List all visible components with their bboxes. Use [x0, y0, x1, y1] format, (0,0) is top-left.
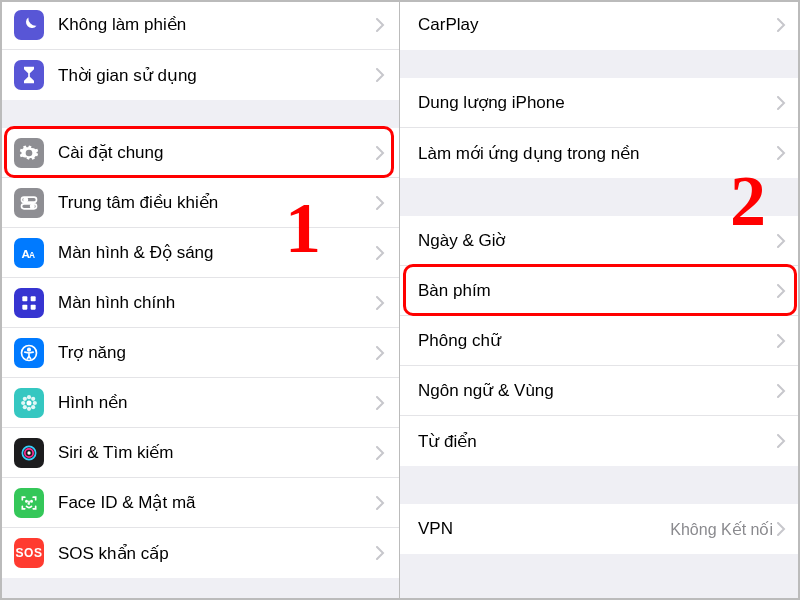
chevron-right-icon	[777, 146, 786, 160]
row-label: Màn hình & Độ sáng	[58, 242, 376, 263]
chevron-right-icon	[376, 196, 385, 210]
svg-point-14	[27, 406, 31, 410]
switches-icon	[14, 188, 44, 218]
text-size-icon: AA	[14, 238, 44, 268]
svg-point-12	[27, 400, 32, 405]
row-label: Màn hình chính	[58, 293, 376, 313]
row-keyboard[interactable]: Bàn phím	[400, 266, 800, 316]
chevron-right-icon	[376, 296, 385, 310]
row-label: Làm mới ứng dụng trong nền	[418, 143, 777, 164]
row-display-brightness[interactable]: AA Màn hình & Độ sáng	[0, 228, 399, 278]
section-gap	[400, 178, 800, 216]
row-label: Không làm phiền	[58, 14, 376, 35]
svg-rect-6	[22, 296, 27, 301]
flower-icon	[14, 388, 44, 418]
face-id-icon	[14, 488, 44, 518]
row-label: Dung lượng iPhone	[418, 92, 777, 113]
settings-group: Không làm phiền Thời gian sử dụng	[0, 0, 399, 100]
row-label: Từ điển	[418, 431, 777, 452]
row-label: Trợ năng	[58, 342, 376, 363]
chevron-right-icon	[777, 96, 786, 110]
svg-point-16	[33, 400, 37, 404]
row-vpn[interactable]: VPN Không Kết nối	[400, 504, 800, 554]
chevron-right-icon	[376, 68, 385, 82]
row-date-time[interactable]: Ngày & Giờ	[400, 216, 800, 266]
row-label: Bàn phím	[418, 281, 777, 301]
chevron-right-icon	[777, 18, 786, 32]
gear-icon	[14, 138, 44, 168]
svg-point-20	[31, 405, 35, 409]
accessibility-icon	[14, 338, 44, 368]
svg-point-13	[27, 395, 31, 399]
general-settings-panel: CarPlay Dung lượng iPhone Làm mới ứng dụ…	[400, 0, 800, 600]
chevron-right-icon	[777, 334, 786, 348]
row-emergency-sos[interactable]: SOS SOS khẩn cấp	[0, 528, 399, 578]
row-label: Cài đặt chung	[58, 142, 376, 163]
chevron-right-icon	[777, 522, 786, 536]
row-label: Ngày & Giờ	[418, 230, 777, 251]
row-siri-search[interactable]: Siri & Tìm kiếm	[0, 428, 399, 478]
settings-group: VPN Không Kết nối	[400, 504, 800, 554]
chevron-right-icon	[376, 446, 385, 460]
chevron-right-icon	[376, 546, 385, 560]
chevron-right-icon	[376, 346, 385, 360]
row-screen-time[interactable]: Thời gian sử dụng	[0, 50, 399, 100]
row-label: Phông chữ	[418, 330, 777, 351]
section-gap	[400, 50, 800, 78]
settings-group: Dung lượng iPhone Làm mới ứng dụng trong…	[400, 78, 800, 178]
section-gap	[0, 100, 399, 128]
svg-point-25	[31, 500, 32, 501]
row-background-app-refresh[interactable]: Làm mới ứng dụng trong nền	[400, 128, 800, 178]
chevron-right-icon	[376, 18, 385, 32]
settings-root-panel: Không làm phiền Thời gian sử dụng Cài đặ…	[0, 0, 400, 600]
row-do-not-disturb[interactable]: Không làm phiền	[0, 0, 399, 50]
row-general[interactable]: Cài đặt chung	[0, 128, 399, 178]
siri-icon	[14, 438, 44, 468]
row-label: VPN	[418, 519, 670, 539]
chevron-right-icon	[376, 246, 385, 260]
row-carplay[interactable]: CarPlay	[400, 0, 800, 50]
row-accessibility[interactable]: Trợ năng	[0, 328, 399, 378]
grid-icon	[14, 288, 44, 318]
svg-rect-9	[31, 304, 36, 309]
svg-point-3	[31, 204, 34, 207]
svg-point-17	[23, 396, 27, 400]
settings-group: CarPlay	[400, 0, 800, 50]
sos-icon: SOS	[14, 538, 44, 568]
chevron-right-icon	[777, 434, 786, 448]
row-fonts[interactable]: Phông chữ	[400, 316, 800, 366]
row-value: Không Kết nối	[670, 520, 773, 539]
hourglass-icon	[14, 60, 44, 90]
row-label: CarPlay	[418, 15, 777, 35]
row-iphone-storage[interactable]: Dung lượng iPhone	[400, 78, 800, 128]
row-label: Siri & Tìm kiếm	[58, 442, 376, 463]
svg-point-23	[27, 451, 30, 454]
svg-text:A: A	[29, 250, 35, 260]
chevron-right-icon	[777, 234, 786, 248]
section-gap	[400, 466, 800, 504]
svg-point-24	[26, 500, 27, 501]
row-label: Hình nền	[58, 392, 376, 413]
svg-point-18	[31, 396, 35, 400]
row-face-id[interactable]: Face ID & Mật mã	[0, 478, 399, 528]
row-dictionary[interactable]: Từ điển	[400, 416, 800, 466]
row-wallpaper[interactable]: Hình nền	[0, 378, 399, 428]
chevron-right-icon	[777, 284, 786, 298]
svg-point-15	[21, 400, 25, 404]
svg-point-1	[24, 198, 27, 201]
chevron-right-icon	[777, 384, 786, 398]
svg-rect-8	[22, 304, 27, 309]
settings-group: Ngày & Giờ Bàn phím Phông chữ Ngôn ngữ &…	[400, 216, 800, 466]
settings-group: Cài đặt chung Trung tâm điều khiển AA Mà…	[0, 128, 399, 578]
row-home-screen[interactable]: Màn hình chính	[0, 278, 399, 328]
row-language-region[interactable]: Ngôn ngữ & Vùng	[400, 366, 800, 416]
svg-point-11	[28, 348, 31, 351]
svg-point-19	[23, 405, 27, 409]
svg-rect-7	[31, 296, 36, 301]
row-label: Thời gian sử dụng	[58, 65, 376, 86]
row-control-center[interactable]: Trung tâm điều khiển	[0, 178, 399, 228]
chevron-right-icon	[376, 146, 385, 160]
chevron-right-icon	[376, 496, 385, 510]
row-label: Face ID & Mật mã	[58, 492, 376, 513]
row-label: Trung tâm điều khiển	[58, 192, 376, 213]
